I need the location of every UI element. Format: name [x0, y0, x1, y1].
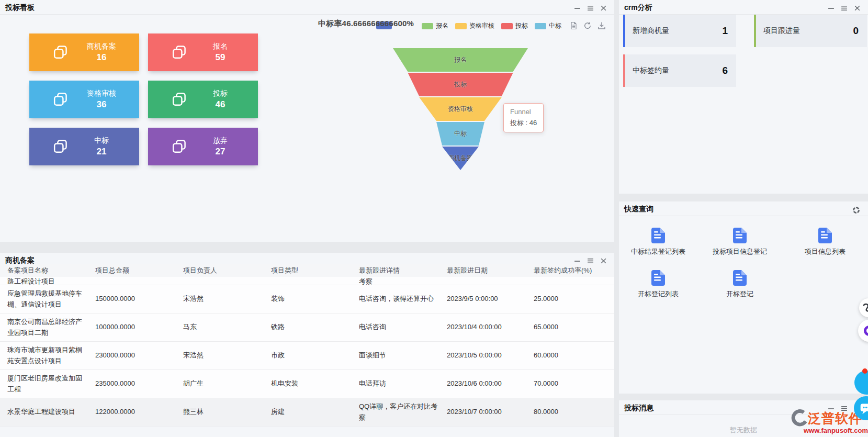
table-cell: 宋浩然	[183, 290, 271, 307]
quick-link-项目信息列表[interactable]: 项目信息列表	[805, 228, 846, 256]
table-cell: 65.0000	[534, 319, 614, 335]
quick-link-投标项目信息登记[interactable]: 投标项目信息登记	[713, 228, 767, 256]
table-cell: 熊三林	[183, 404, 271, 420]
stat-card-投标[interactable]: 投标 46	[148, 81, 258, 118]
funnel-label: 资格审核	[448, 105, 473, 114]
panel-biz-records: 商机备案 备案项目名称项目总金额项目负责人项目类型最新跟进详情最新跟进日期最新签…	[0, 253, 614, 437]
table-row[interactable]: 水景华庭工程建设项目122000.0000熊三林房建QQ详聊，客户还在对比考察2…	[0, 398, 614, 427]
legend-chip	[422, 23, 433, 29]
column-header: 项目总金额	[95, 266, 183, 275]
funnel-label: 商机备案	[448, 154, 473, 163]
funnel-legend: 报名 资格审核 投标 中标	[422, 21, 561, 30]
table-cell: 2023/10/4 0:00:00	[447, 319, 534, 335]
download-icon[interactable]	[598, 21, 606, 30]
chat-bubble-icon	[859, 401, 868, 416]
funnel-segment-商机备案[interactable]: 商机备案	[393, 147, 528, 170]
clipped-cell: 路工程设计项目	[7, 277, 87, 285]
document-icon	[733, 270, 747, 286]
legend-item-报名[interactable]: 报名	[422, 21, 448, 30]
panel-crm-analysis: crm分析 新增商机量 1项目跟进量 0中标签约量 6	[619, 0, 868, 194]
stat-card-value: 36	[69, 99, 134, 110]
crm-card-新增商机量[interactable]: 新增商机量 1	[623, 15, 736, 47]
crm-card-label: 项目跟进量	[763, 26, 800, 36]
quick-link-label: 开标登记列表	[638, 289, 679, 299]
table-cell: 100000.0000	[95, 319, 183, 335]
table-cell: 珠海市城市更新项目紫桐苑安置点设计项目	[7, 342, 95, 369]
legend-label: 资格审核	[469, 21, 494, 30]
table-row-clipped[interactable]: 路工程设计项目 考察	[0, 277, 614, 285]
brand-url: www.fanpusoft.com	[790, 427, 868, 434]
table-cell: 2023/9/5 0:00:00	[447, 290, 534, 307]
stat-card-放弃[interactable]: 放弃 27	[148, 128, 258, 165]
stat-card-value: 59	[188, 52, 253, 63]
legend-item-资格审核[interactable]: 资格审核	[455, 21, 494, 30]
table-row[interactable]: 南京公司南昌总部经济产业园项目二期100000.0000马东铁路电话咨询2023…	[0, 313, 614, 342]
stat-card-value: 27	[188, 146, 253, 157]
quick-link-label: 开标登记	[726, 289, 753, 299]
copy-icon	[51, 43, 69, 61]
minimize-icon[interactable]	[574, 5, 581, 12]
stat-card-报名[interactable]: 报名 59	[148, 33, 258, 71]
stat-card-中标[interactable]: 中标 21	[29, 128, 139, 165]
stat-card-资格审核[interactable]: 资格审核 36	[29, 81, 139, 118]
table-cell: 150000.0000	[95, 290, 183, 307]
quick-link-开标登记列表[interactable]: 开标登记列表	[638, 270, 679, 299]
table-row[interactable]: 珠海市城市更新项目紫桐苑安置点设计项目230000.0000宋浩然市政面谈细节2…	[0, 342, 614, 370]
crm-card-中标签约量[interactable]: 中标签约量 6	[623, 54, 736, 87]
quick-link-中标结果登记列表[interactable]: 中标结果登记列表	[631, 228, 685, 256]
stat-card-grid: 商机备案 16 报名 59 资格审核 36 投标 46	[29, 33, 258, 165]
legend-item-中标[interactable]: 中标	[535, 21, 561, 30]
column-header: 项目负责人	[183, 266, 271, 275]
table-header-row: 备案项目名称项目总金额项目负责人项目类型最新跟进详情最新跟进日期最新签约成功率(…	[0, 264, 614, 277]
minimize-icon[interactable]	[828, 5, 835, 12]
table-row[interactable]: 厦门区老旧房屋改造加固工程235000.0000胡广生机电安装电话拜访2023/…	[0, 370, 614, 398]
crm-card-项目跟进量[interactable]: 项目跟进量 0	[754, 15, 867, 47]
funnel-segment-投标[interactable]: 投标	[393, 73, 528, 96]
data-view-icon[interactable]	[569, 21, 578, 30]
window-controls	[574, 5, 607, 12]
quick-link-label: 项目信息列表	[805, 247, 846, 256]
table-cell: 市政	[271, 347, 359, 364]
crm-card-value: 0	[853, 25, 859, 37]
crm-card-label: 新增商机量	[633, 26, 669, 36]
table-cell: 机电安装	[271, 375, 359, 392]
column-header: 最新签约成功率(%)	[534, 266, 614, 275]
close-icon[interactable]	[600, 257, 607, 264]
copy-icon	[51, 138, 69, 155]
gear-icon[interactable]	[853, 207, 860, 214]
close-icon[interactable]	[854, 5, 861, 12]
crm-card-label: 中标签约量	[633, 66, 669, 75]
stat-card-value: 16	[69, 52, 134, 63]
table-cell: 电话咨询，谈得还算开心	[359, 290, 447, 307]
column-header: 项目类型	[271, 266, 359, 275]
funnel-segment-报名[interactable]: 报名	[393, 48, 528, 72]
stat-card-label: 中标	[69, 136, 134, 145]
menu-icon[interactable]	[587, 257, 594, 264]
chart-toolbar	[569, 21, 606, 30]
table-cell: 80.0000	[534, 404, 614, 420]
floating-side-button[interactable]	[859, 298, 868, 317]
document-icon	[733, 228, 747, 243]
legend-chip	[501, 23, 513, 29]
legend-item-投标[interactable]: 投标	[501, 21, 528, 30]
table-row[interactable]: 应急管理局救援基地停车棚、通信设计项目150000.0000宋浩然装饰电话咨询，…	[0, 285, 614, 313]
legend-label: 报名	[436, 21, 448, 30]
menu-icon[interactable]	[587, 5, 594, 12]
crm-panel-title: crm分析	[624, 3, 652, 13]
table-cell: 122000.0000	[95, 404, 183, 420]
menu-icon[interactable]	[841, 5, 848, 12]
close-icon[interactable]	[600, 5, 607, 12]
minimize-icon[interactable]	[574, 257, 581, 264]
table-cell: QQ详聊，客户还在对比考察	[359, 398, 447, 425]
table-cell: 235000.0000	[95, 375, 183, 392]
tooltip-series: Funnel	[510, 108, 537, 116]
legend-chip	[455, 23, 467, 29]
stat-card-商机备案[interactable]: 商机备案 16	[29, 33, 139, 71]
quick-link-开标登记[interactable]: 开标登记	[726, 270, 753, 299]
column-header: 备案项目名称	[7, 266, 95, 275]
refresh-icon[interactable]	[583, 21, 592, 30]
funnel-label: 报名	[454, 55, 467, 64]
funnel-label: 中标	[454, 129, 467, 138]
column-header: 最新跟进详情	[359, 266, 447, 275]
table-cell: 房建	[271, 404, 359, 420]
